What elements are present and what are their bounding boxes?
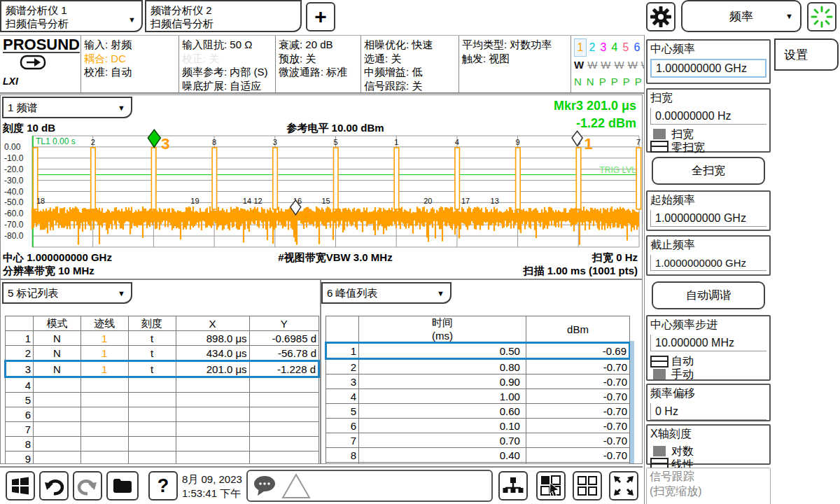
- spectrum-view-tab[interactable]: 1 频谱 ▼: [2, 97, 132, 118]
- marker-table-row[interactable]: 4: [6, 377, 319, 393]
- span-toggle-option-span[interactable]: 扫宽: [671, 127, 705, 141]
- status-line: 输入阻抗: 50 Ω: [182, 38, 272, 52]
- peak-table-row[interactable]: 10.50-0.69: [326, 343, 630, 359]
- span-toggle[interactable]: 扫宽 零扫宽: [650, 127, 766, 154]
- tab-analyzer-1-subtitle: 扫频信号分析: [6, 17, 137, 30]
- time-text: 1:53:41 下午: [182, 486, 242, 500]
- marker-table-row[interactable]: 2N1t434.0 μs-56.78 d: [6, 346, 319, 361]
- trace-type: W: [601, 59, 610, 71]
- center-frequency-panel[interactable]: 中心频率 1.000000000 GHz: [646, 39, 771, 84]
- freq-offset-panel[interactable]: 频率偏移 0 Hz: [646, 384, 771, 421]
- y-tick-label: 0.00: [4, 142, 20, 152]
- auto-tune-button[interactable]: 自动调谐: [652, 281, 765, 309]
- stop-frequency-panel[interactable]: 截止频率 1.0000000000 GHz: [646, 235, 771, 276]
- gear-button[interactable]: [646, 2, 676, 31]
- y-tick-label: -30.0: [4, 176, 23, 186]
- marker-list-tab[interactable]: 5 标记列表 ▼: [2, 282, 132, 304]
- peak-table-row[interactable]: 30.90-0.70: [326, 374, 630, 389]
- trace-number[interactable]: 5: [620, 39, 631, 56]
- svg-text:9: 9: [516, 138, 520, 146]
- add-tab-button[interactable]: +: [306, 2, 335, 31]
- status-line: 校正: 关: [182, 52, 272, 66]
- trace-status-block[interactable]: 123456 WWWWWW NNPPPP: [570, 36, 644, 92]
- fullscreen-button[interactable]: [609, 471, 638, 500]
- status-col-atten: 衰减: 20 dB预放: 关微波通路: 标准: [275, 36, 360, 92]
- undo-icon: [43, 475, 64, 496]
- marker-table[interactable]: 模式迹线刻度XY1N1t898.0 μs-0.6985 d2N1t434.0 μ…: [4, 316, 320, 464]
- trace-number[interactable]: 1: [574, 38, 587, 57]
- stop-frequency-input[interactable]: 1.0000000000 GHz: [650, 255, 766, 271]
- busy-indicator-button[interactable]: [807, 2, 836, 31]
- tab-settings[interactable]: 设置: [774, 38, 839, 71]
- span-panel[interactable]: 扫宽 0.00000000 Hz 扫宽 零扫宽: [646, 88, 771, 153]
- center-frequency-input[interactable]: 1.000000000 GHz: [650, 59, 766, 78]
- start-frequency-panel[interactable]: 起始频率 1.000000000 GHz: [646, 190, 771, 231]
- marker-table-row[interactable]: 6: [6, 407, 319, 422]
- x-scale-log[interactable]: 对数: [671, 444, 694, 458]
- marker-table-row[interactable]: 1N1t898.0 μs-0.6985 d: [6, 331, 319, 346]
- undo-button[interactable]: [39, 471, 69, 500]
- column-header: [326, 316, 359, 343]
- peak-table-row[interactable]: 70.70-0.70: [326, 433, 630, 448]
- marker-table-row[interactable]: 3N1t201.0 μs-1.228 d: [6, 361, 319, 377]
- trace-number[interactable]: 4: [609, 39, 620, 56]
- trace-number[interactable]: 2: [587, 39, 598, 56]
- tab-analyzer-1[interactable]: 频谱分析仪 1 扫频信号分析 ▼: [0, 0, 143, 32]
- span-toggle-option-zerospan[interactable]: 零扫宽: [671, 141, 705, 154]
- window-select-button[interactable]: [536, 471, 566, 500]
- help-button[interactable]: ?: [148, 471, 178, 500]
- peak-table-row[interactable]: 41.00-0.70: [326, 389, 630, 404]
- marker-table-row[interactable]: 9: [6, 451, 319, 465]
- cf-step-input[interactable]: 10.000000 MHz: [650, 335, 766, 351]
- start-frequency-input[interactable]: 1.000000000 GHz: [650, 210, 766, 227]
- tab-analyzer-1-title: 频谱分析仪 1: [6, 4, 137, 17]
- logo-block: PROSUND LXI: [0, 36, 80, 92]
- redo-button[interactable]: [73, 471, 102, 500]
- freq-offset-input[interactable]: 0 Hz: [650, 403, 766, 420]
- menu-title-tab[interactable]: 频率 ▼: [681, 0, 802, 32]
- marker-table-row[interactable]: 8: [6, 437, 319, 451]
- span-input[interactable]: 0.00000000 Hz: [650, 108, 766, 125]
- peak-table-container[interactable]: 时间 (ms)dBm10.50-0.6920.80-0.7030.90-0.70…: [325, 316, 631, 464]
- spectrum-plot[interactable]: 283514967181914121615201713TL1 0.00 sTRI…: [32, 136, 639, 247]
- touch-grid-icon: [540, 475, 562, 497]
- trace-numbers: 123456: [574, 38, 641, 57]
- svg-text:20: 20: [424, 197, 432, 205]
- x-scale-panel[interactable]: X轴刻度 对数 线性: [646, 424, 771, 465]
- pane-divider: [320, 279, 321, 464]
- chevron-down-icon: ▼: [118, 289, 125, 298]
- system-diagram-button[interactable]: [498, 471, 528, 500]
- cf-step-auto[interactable]: 自动: [671, 354, 694, 368]
- peak-table-row[interactable]: 80.40-0.70: [326, 448, 630, 463]
- window-layout-button[interactable]: [573, 471, 602, 500]
- gear-icon: [650, 6, 672, 28]
- peak-list-tab[interactable]: 6 峰值列表 ▼: [321, 282, 451, 304]
- cf-step-panel[interactable]: 中心频率步进 10.000000 MHz 自动 手动: [646, 315, 771, 381]
- message-bar[interactable]: [246, 470, 493, 502]
- cf-step-toggle[interactable]: 自动 手动: [650, 354, 766, 381]
- peak-table-row[interactable]: 60.10-0.70: [326, 419, 630, 433]
- marker-table-row[interactable]: 7: [6, 422, 319, 437]
- peak-table-scrollbar[interactable]: [630, 341, 634, 464]
- marker-table-container[interactable]: 模式迹线刻度XY1N1t898.0 μs-0.6985 d2N1t434.0 μ…: [4, 316, 320, 464]
- cf-step-manual[interactable]: 手动: [671, 368, 694, 381]
- trace-number[interactable]: 3: [598, 39, 609, 56]
- column-header: dBm: [526, 316, 629, 343]
- tab-analyzer-2-subtitle: 扫频信号分析: [150, 17, 296, 30]
- lxi-label: LXI: [3, 76, 18, 87]
- peak-table-row[interactable]: 50.60-0.70: [326, 404, 630, 419]
- screenshot-button[interactable]: [106, 471, 139, 500]
- trace-type: W: [574, 59, 584, 71]
- trace-number[interactable]: 6: [631, 39, 643, 56]
- marker-readout-line1: Mkr3 201.0 μs: [554, 99, 636, 113]
- full-span-button[interactable]: 全扫宽: [652, 157, 765, 185]
- svg-text:15: 15: [321, 197, 330, 205]
- windows-start-button[interactable]: [6, 471, 35, 500]
- peak-table-row[interactable]: 20.80-0.70: [326, 359, 630, 374]
- marker-table-row[interactable]: 5: [6, 393, 319, 407]
- status-line: 衰减: 20 dB: [279, 38, 358, 52]
- tab-analyzer-2[interactable]: 频谱分析仪 2 扫频信号分析: [145, 0, 302, 32]
- column-header: Y: [249, 316, 318, 331]
- peak-table[interactable]: 时间 (ms)dBm10.50-0.6920.80-0.7030.90-0.70…: [325, 316, 631, 464]
- peak-table-row[interactable]: 90.30-0.70: [326, 463, 630, 465]
